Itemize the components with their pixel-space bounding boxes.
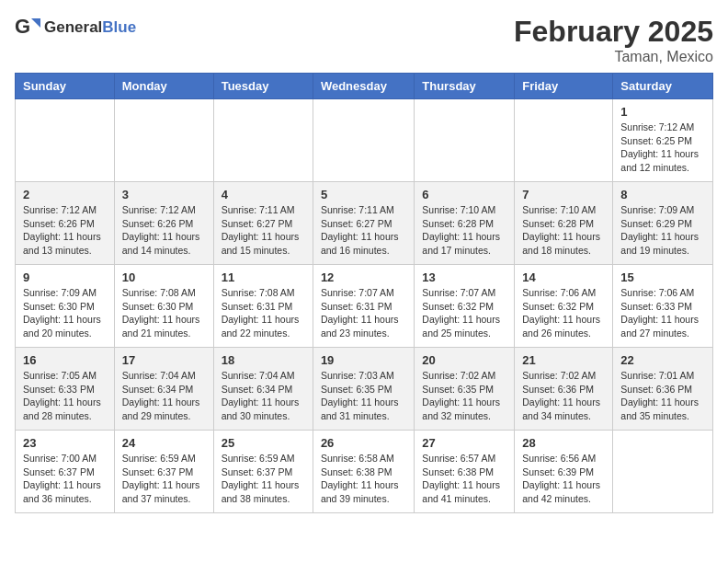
day-info: Sunrise: 7:00 AM Sunset: 6:37 PM Dayligh…	[23, 452, 107, 506]
day-info: Sunrise: 7:07 AM Sunset: 6:32 PM Dayligh…	[422, 286, 506, 340]
day-info: Sunrise: 7:08 AM Sunset: 6:31 PM Dayligh…	[222, 286, 305, 340]
day-number: 6	[422, 188, 506, 201]
day-info: Sunrise: 7:04 AM Sunset: 6:34 PM Dayligh…	[122, 369, 206, 423]
day-number: 24	[122, 436, 206, 450]
calendar-header-row: SundayMondayTuesdayWednesdayThursdayFrid…	[16, 74, 713, 99]
day-info: Sunrise: 7:10 AM Sunset: 6:28 PM Dayligh…	[522, 203, 605, 258]
day-number: 1	[620, 105, 705, 119]
day-number: 16	[23, 353, 107, 367]
day-header-thursday: Thursday	[415, 74, 515, 99]
calendar-cell	[415, 99, 515, 182]
calendar-cell: 18Sunrise: 7:04 AM Sunset: 6:34 PM Dayli…	[213, 348, 313, 431]
day-number: 25	[222, 436, 305, 450]
day-info: Sunrise: 7:11 AM Sunset: 6:27 PM Dayligh…	[321, 203, 406, 258]
day-header-sunday: Sunday	[16, 74, 115, 99]
calendar-cell: 17Sunrise: 7:04 AM Sunset: 6:34 PM Dayli…	[114, 348, 213, 431]
day-info: Sunrise: 7:02 AM Sunset: 6:36 PM Dayligh…	[522, 369, 605, 423]
day-number: 10	[122, 270, 206, 284]
day-info: Sunrise: 7:02 AM Sunset: 6:35 PM Dayligh…	[422, 369, 506, 423]
day-number: 2	[23, 188, 107, 201]
calendar-cell: 15Sunrise: 7:06 AM Sunset: 6:33 PM Dayli…	[613, 265, 713, 348]
day-header-monday: Monday	[114, 74, 213, 99]
day-number: 21	[522, 353, 605, 367]
day-number: 11	[222, 270, 305, 284]
calendar-cell: 2Sunrise: 7:12 AM Sunset: 6:26 PM Daylig…	[16, 182, 115, 265]
day-info: Sunrise: 7:01 AM Sunset: 6:36 PM Dayligh…	[620, 369, 705, 423]
location-title: Taman, Mexico	[514, 49, 713, 65]
day-header-saturday: Saturday	[613, 74, 713, 99]
day-number: 15	[620, 270, 705, 284]
calendar-cell	[313, 99, 414, 182]
page-header: G GeneralBlue February 2025 Taman, Mexic…	[15, 15, 713, 65]
calendar-cell: 12Sunrise: 7:07 AM Sunset: 6:31 PM Dayli…	[313, 265, 414, 348]
day-number: 26	[321, 436, 406, 450]
calendar-week-row: 1Sunrise: 7:12 AM Sunset: 6:25 PM Daylig…	[16, 99, 713, 182]
day-number: 9	[23, 270, 107, 284]
svg-text:G: G	[15, 15, 30, 38]
calendar-cell: 5Sunrise: 7:11 AM Sunset: 6:27 PM Daylig…	[313, 182, 414, 265]
calendar-cell: 28Sunrise: 6:56 AM Sunset: 6:39 PM Dayli…	[515, 431, 613, 513]
calendar-cell: 1Sunrise: 7:12 AM Sunset: 6:25 PM Daylig…	[613, 99, 713, 182]
day-info: Sunrise: 7:12 AM Sunset: 6:25 PM Dayligh…	[620, 121, 705, 175]
day-header-friday: Friday	[515, 74, 613, 99]
day-info: Sunrise: 7:11 AM Sunset: 6:27 PM Dayligh…	[222, 203, 305, 258]
day-number: 8	[620, 188, 705, 201]
day-info: Sunrise: 7:08 AM Sunset: 6:30 PM Dayligh…	[122, 286, 206, 340]
calendar-cell: 13Sunrise: 7:07 AM Sunset: 6:32 PM Dayli…	[415, 265, 515, 348]
day-info: Sunrise: 6:56 AM Sunset: 6:39 PM Dayligh…	[522, 452, 605, 506]
calendar-week-row: 23Sunrise: 7:00 AM Sunset: 6:37 PM Dayli…	[16, 431, 713, 513]
day-info: Sunrise: 6:59 AM Sunset: 6:37 PM Dayligh…	[222, 452, 305, 506]
day-number: 18	[222, 353, 305, 367]
day-header-tuesday: Tuesday	[213, 74, 313, 99]
calendar-cell: 7Sunrise: 7:10 AM Sunset: 6:28 PM Daylig…	[515, 182, 613, 265]
day-info: Sunrise: 7:12 AM Sunset: 6:26 PM Dayligh…	[122, 203, 206, 258]
calendar-week-row: 9Sunrise: 7:09 AM Sunset: 6:30 PM Daylig…	[16, 265, 713, 348]
day-number: 22	[620, 353, 705, 367]
day-info: Sunrise: 7:09 AM Sunset: 6:30 PM Dayligh…	[23, 286, 107, 340]
day-number: 3	[122, 188, 206, 201]
calendar-cell: 4Sunrise: 7:11 AM Sunset: 6:27 PM Daylig…	[213, 182, 313, 265]
calendar-cell	[213, 99, 313, 182]
day-number: 12	[321, 270, 406, 284]
day-info: Sunrise: 7:05 AM Sunset: 6:33 PM Dayligh…	[23, 369, 107, 423]
calendar-cell	[16, 99, 115, 182]
day-number: 27	[422, 436, 506, 450]
day-info: Sunrise: 7:03 AM Sunset: 6:35 PM Dayligh…	[321, 369, 406, 423]
month-title: February 2025	[514, 15, 713, 49]
day-info: Sunrise: 7:07 AM Sunset: 6:31 PM Dayligh…	[321, 286, 406, 340]
day-info: Sunrise: 7:09 AM Sunset: 6:29 PM Dayligh…	[620, 203, 705, 258]
logo-icon: G	[15, 15, 40, 40]
calendar-cell: 26Sunrise: 6:58 AM Sunset: 6:38 PM Dayli…	[313, 431, 414, 513]
day-number: 14	[522, 270, 605, 284]
day-info: Sunrise: 6:57 AM Sunset: 6:38 PM Dayligh…	[422, 452, 506, 506]
calendar-cell: 27Sunrise: 6:57 AM Sunset: 6:38 PM Dayli…	[415, 431, 515, 513]
calendar-cell: 22Sunrise: 7:01 AM Sunset: 6:36 PM Dayli…	[613, 348, 713, 431]
calendar-cell: 20Sunrise: 7:02 AM Sunset: 6:35 PM Dayli…	[415, 348, 515, 431]
day-info: Sunrise: 6:59 AM Sunset: 6:37 PM Dayligh…	[122, 452, 206, 506]
svg-marker-1	[31, 18, 40, 28]
day-number: 13	[422, 270, 506, 284]
day-number: 28	[522, 436, 605, 450]
calendar-cell: 8Sunrise: 7:09 AM Sunset: 6:29 PM Daylig…	[613, 182, 713, 265]
calendar-cell	[613, 431, 713, 513]
day-number: 17	[122, 353, 206, 367]
day-info: Sunrise: 6:58 AM Sunset: 6:38 PM Dayligh…	[321, 452, 406, 506]
calendar-cell: 25Sunrise: 6:59 AM Sunset: 6:37 PM Dayli…	[213, 431, 313, 513]
calendar-cell: 3Sunrise: 7:12 AM Sunset: 6:26 PM Daylig…	[114, 182, 213, 265]
calendar-cell: 11Sunrise: 7:08 AM Sunset: 6:31 PM Dayli…	[213, 265, 313, 348]
day-header-wednesday: Wednesday	[313, 74, 414, 99]
calendar-cell	[515, 99, 613, 182]
calendar-cell: 9Sunrise: 7:09 AM Sunset: 6:30 PM Daylig…	[16, 265, 115, 348]
day-info: Sunrise: 7:04 AM Sunset: 6:34 PM Dayligh…	[222, 369, 305, 423]
calendar-cell: 24Sunrise: 6:59 AM Sunset: 6:37 PM Dayli…	[114, 431, 213, 513]
calendar-cell: 10Sunrise: 7:08 AM Sunset: 6:30 PM Dayli…	[114, 265, 213, 348]
calendar-cell	[114, 99, 213, 182]
logo: G GeneralBlue	[15, 15, 136, 40]
calendar-cell: 21Sunrise: 7:02 AM Sunset: 6:36 PM Dayli…	[515, 348, 613, 431]
day-info: Sunrise: 7:10 AM Sunset: 6:28 PM Dayligh…	[422, 203, 506, 258]
day-number: 5	[321, 188, 406, 201]
day-info: Sunrise: 7:06 AM Sunset: 6:33 PM Dayligh…	[620, 286, 705, 340]
title-section: February 2025 Taman, Mexico	[514, 15, 713, 65]
calendar-week-row: 2Sunrise: 7:12 AM Sunset: 6:26 PM Daylig…	[16, 182, 713, 265]
day-number: 19	[321, 353, 406, 367]
